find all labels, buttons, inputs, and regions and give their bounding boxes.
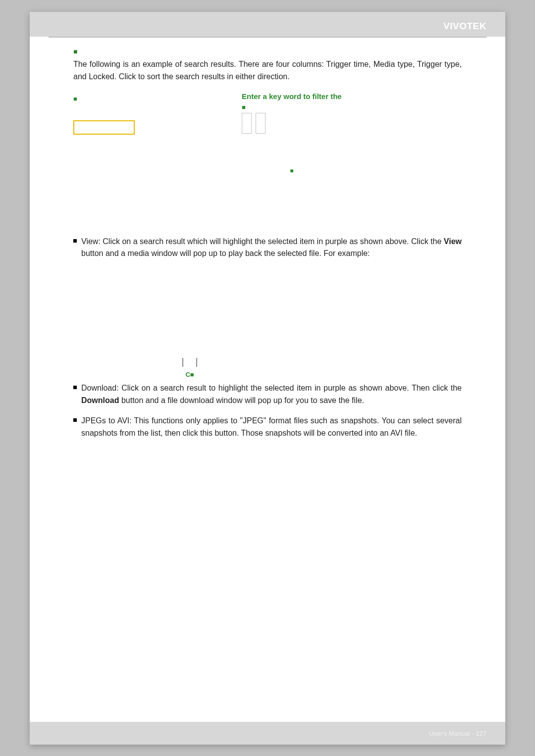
download-text-b: button and a file download window will p… <box>121 396 364 404</box>
figure-right: Enter a key word to filter the ■ ■ <box>242 92 342 174</box>
highlight-marker-icon: ■ <box>242 167 342 174</box>
bullet-square-icon <box>73 418 77 422</box>
intro-text-b: to sort the search results in either dir… <box>138 72 290 81</box>
view-text-a: View: Click on a search result which wil… <box>81 237 444 246</box>
filter-caption: Enter a key word to filter the <box>242 92 342 101</box>
footer-text: User's Manual - 127 <box>429 730 486 737</box>
header-rule <box>49 37 486 38</box>
figure-row: ■ Enter a key word to filter the ■ ■ <box>73 92 462 174</box>
download-bold-word: Download <box>81 396 119 404</box>
page: VIVOTEK ■ The following is an example of… <box>30 12 505 745</box>
yellow-highlight-box <box>73 120 135 135</box>
brand-label: VIVOTEK <box>443 21 486 31</box>
bullet-view-text: View: Click on a search result which wil… <box>81 236 462 260</box>
timeline-tick-icon <box>182 358 183 367</box>
intro-paragraph: The following is an example of search re… <box>73 58 462 83</box>
video-placeholder <box>158 268 222 370</box>
video-caption: C■ <box>158 371 222 378</box>
view-text-b: button and a media window will pop up to… <box>81 249 370 257</box>
bullet-jpegs: JPEGs to AVI: This functions only applie… <box>73 415 462 440</box>
top-bar: VIVOTEK <box>30 12 505 37</box>
left-green-marker-icon: ■ <box>73 95 135 102</box>
view-bold-word: View <box>444 237 462 246</box>
filter-columns <box>242 113 342 134</box>
bullet-view: View: Click on a search result which wil… <box>73 236 462 260</box>
bullet-square-icon <box>73 239 77 243</box>
video-preview-block: C■ <box>158 268 222 378</box>
content-area: ■ The following is an example of search … <box>30 48 505 439</box>
bullet-download-text: Download: Click on a search result to hi… <box>81 382 462 407</box>
filter-col <box>256 113 266 134</box>
results-marker-icon: ■ <box>73 48 462 55</box>
filter-col <box>242 113 252 134</box>
bullet-download: Download: Click on a search result to hi… <box>73 382 462 407</box>
download-text-a: Download: Click on a search result to hi… <box>81 384 462 392</box>
figure-left: ■ <box>73 92 135 174</box>
footer-bar: User's Manual - 127 <box>30 722 505 745</box>
bullet-square-icon <box>73 386 77 389</box>
spacer <box>73 174 462 234</box>
right-green-marker-icon: ■ <box>242 103 342 111</box>
timeline-tick-icon <box>196 358 197 367</box>
bullet-jpegs-text: JPEGs to AVI: This functions only applie… <box>81 415 462 440</box>
